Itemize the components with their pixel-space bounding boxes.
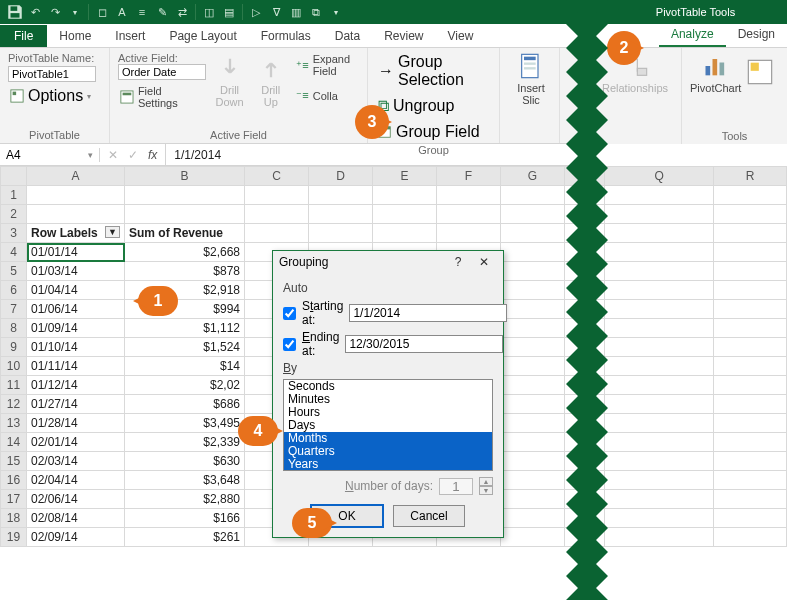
row-header[interactable]: 5 xyxy=(1,262,27,281)
tab-analyze[interactable]: Analyze xyxy=(659,23,726,47)
tab-page-layout[interactable]: Page Layout xyxy=(157,25,248,47)
cell[interactable]: 02/01/14 xyxy=(27,433,125,452)
cell[interactable] xyxy=(714,433,787,452)
cell[interactable] xyxy=(714,357,787,376)
active-field-input[interactable] xyxy=(118,64,206,80)
fx-icon[interactable]: fx xyxy=(148,148,157,162)
cell[interactable] xyxy=(714,452,787,471)
cell[interactable] xyxy=(605,300,714,319)
save-icon[interactable] xyxy=(6,3,24,21)
col-header[interactable]: A xyxy=(27,167,125,186)
cell[interactable] xyxy=(501,395,565,414)
row-header[interactable]: 1 xyxy=(1,186,27,205)
name-box[interactable]: A4▾ xyxy=(0,148,100,162)
cell[interactable] xyxy=(501,224,565,243)
cell[interactable]: $2,339 xyxy=(125,433,245,452)
cell[interactable]: $1,112 xyxy=(125,319,245,338)
cell[interactable] xyxy=(605,433,714,452)
cell[interactable] xyxy=(605,338,714,357)
undo-icon[interactable]: ↶ xyxy=(26,3,44,21)
row-header[interactable]: 10 xyxy=(1,357,27,376)
row-header[interactable]: 4 xyxy=(1,243,27,262)
cell[interactable] xyxy=(125,186,245,205)
cell[interactable] xyxy=(605,509,714,528)
cell[interactable] xyxy=(714,224,787,243)
row-header[interactable]: 18 xyxy=(1,509,27,528)
redo-icon[interactable]: ↷ xyxy=(46,3,64,21)
tab-insert[interactable]: Insert xyxy=(103,25,157,47)
insert-slicer-button[interactable]: Insert Slic xyxy=(508,52,554,106)
cell[interactable] xyxy=(605,471,714,490)
cell[interactable]: Sum of Revenue xyxy=(125,224,245,243)
cell[interactable] xyxy=(501,243,565,262)
options-button[interactable]: Options▾ xyxy=(8,86,101,106)
cell[interactable] xyxy=(501,433,565,452)
tab-formulas[interactable]: Formulas xyxy=(249,25,323,47)
row-header[interactable]: 3 xyxy=(1,224,27,243)
formula-value[interactable]: 1/1/2014 xyxy=(174,148,221,162)
qat-icon[interactable]: A xyxy=(113,3,131,21)
list-option[interactable]: Hours xyxy=(284,406,492,419)
cell[interactable] xyxy=(501,357,565,376)
cell[interactable] xyxy=(714,490,787,509)
cell[interactable] xyxy=(605,205,714,224)
cancel-button[interactable]: Cancel xyxy=(393,505,465,527)
row-header[interactable]: 12 xyxy=(1,395,27,414)
cell[interactable] xyxy=(605,224,714,243)
qat-icon[interactable]: ≡ xyxy=(133,3,151,21)
cell[interactable]: 01/06/14 xyxy=(27,300,125,319)
starting-at-input[interactable] xyxy=(349,304,507,322)
row-header[interactable]: 6 xyxy=(1,281,27,300)
cell[interactable] xyxy=(605,319,714,338)
row-header[interactable]: 14 xyxy=(1,433,27,452)
by-listbox[interactable]: SecondsMinutesHoursDaysMonthsQuartersYea… xyxy=(283,379,493,471)
row-header[interactable]: 13 xyxy=(1,414,27,433)
cell[interactable] xyxy=(714,509,787,528)
cell[interactable] xyxy=(714,471,787,490)
ungroup-button[interactable]: ⧉Ungroup xyxy=(376,96,491,116)
cell[interactable]: $3,495 xyxy=(125,414,245,433)
starting-at-checkbox[interactable] xyxy=(283,307,296,320)
cell[interactable] xyxy=(437,186,501,205)
cell[interactable] xyxy=(605,490,714,509)
row-header[interactable]: 16 xyxy=(1,471,27,490)
cell[interactable] xyxy=(714,414,787,433)
enter-icon[interactable]: ✓ xyxy=(128,148,138,162)
cell[interactable] xyxy=(309,224,373,243)
cell[interactable] xyxy=(501,205,565,224)
cell[interactable] xyxy=(714,300,787,319)
cell[interactable] xyxy=(501,509,565,528)
qat-icon[interactable]: ▥ xyxy=(287,3,305,21)
cell[interactable] xyxy=(373,205,437,224)
cell[interactable]: 01/04/14 xyxy=(27,281,125,300)
ending-at-checkbox[interactable] xyxy=(283,338,296,351)
cell[interactable]: 01/28/14 xyxy=(27,414,125,433)
cell[interactable] xyxy=(309,186,373,205)
qat-icon[interactable]: ⇄ xyxy=(173,3,191,21)
cell[interactable]: $14 xyxy=(125,357,245,376)
filter-icon[interactable]: ∇ xyxy=(267,3,285,21)
cell[interactable] xyxy=(714,376,787,395)
cell[interactable] xyxy=(714,281,787,300)
expand-field-button[interactable]: ⁺≡ Expand Field xyxy=(294,52,359,78)
cell[interactable]: $3,648 xyxy=(125,471,245,490)
close-icon[interactable]: ✕ xyxy=(471,255,497,269)
cell[interactable] xyxy=(714,186,787,205)
cell[interactable]: 01/27/14 xyxy=(27,395,125,414)
cell[interactable] xyxy=(27,205,125,224)
cell[interactable] xyxy=(245,205,309,224)
cell[interactable]: Row Labels▼ xyxy=(27,224,125,243)
cell[interactable] xyxy=(501,414,565,433)
cell[interactable]: 01/12/14 xyxy=(27,376,125,395)
cell[interactable] xyxy=(437,205,501,224)
cell[interactable] xyxy=(605,281,714,300)
pointer-icon[interactable]: ▷ xyxy=(247,3,265,21)
cell[interactable]: 01/01/14 xyxy=(27,243,125,262)
cell[interactable] xyxy=(309,205,373,224)
tab-home[interactable]: Home xyxy=(47,25,103,47)
cell[interactable]: 02/03/14 xyxy=(27,452,125,471)
cell[interactable]: $878 xyxy=(125,262,245,281)
cell[interactable]: 02/08/14 xyxy=(27,509,125,528)
cell[interactable]: $2,02 xyxy=(125,376,245,395)
cell[interactable]: $2,668 xyxy=(125,243,245,262)
